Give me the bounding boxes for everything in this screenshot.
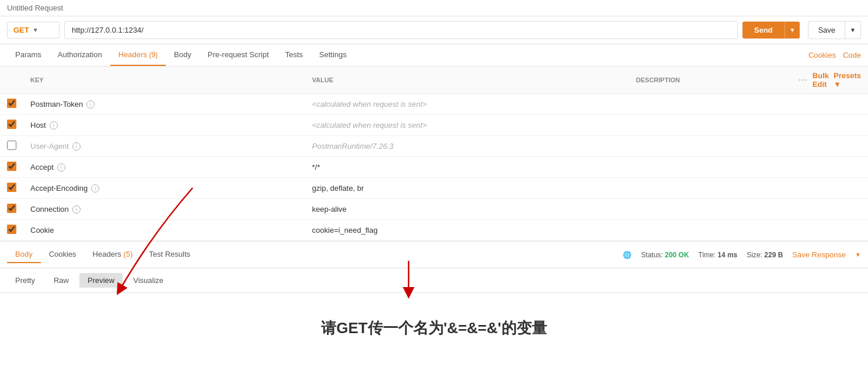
row-checkbox[interactable] <box>7 225 16 234</box>
desc-cell <box>629 220 792 241</box>
actions-col-header: ··· Bulk Edit Presets ▼ <box>792 67 868 94</box>
tab-params[interactable]: Params <box>7 44 50 66</box>
tab-tests[interactable]: Tests <box>277 44 311 66</box>
row-actions-cell <box>792 220 868 241</box>
save-dropdown-arrow[interactable]: ▼ <box>845 21 861 39</box>
value-cell: <calculated when request is sent> <box>305 115 629 136</box>
method-dropdown[interactable]: GET ▼ <box>7 22 60 39</box>
headers-badge: (9) <box>149 51 158 59</box>
globe-icon[interactable]: 🌐 <box>623 251 632 259</box>
bulk-edit-button[interactable]: Bulk Edit <box>813 71 829 89</box>
save-response-button[interactable]: Save Response <box>792 250 846 259</box>
more-options-icon[interactable]: ··· <box>799 76 808 83</box>
headers-section: KEY VALUE DESCRIPTION ··· Bulk Edit Pres… <box>0 67 868 241</box>
desc-cell <box>629 115 792 136</box>
info-icon[interactable]: i <box>50 121 58 130</box>
row-actions-cell <box>792 136 868 157</box>
request-tabs-row: Params Authorization Headers (9) Body Pr… <box>0 44 868 67</box>
row-checkbox[interactable] <box>7 99 16 108</box>
info-icon[interactable]: i <box>72 205 81 214</box>
value-cell: gzip, deflate, br <box>305 178 629 199</box>
method-chevron-icon: ▼ <box>33 27 39 33</box>
annotation-text: 请GET传一个名为'&=&=&'的变量 <box>321 318 547 338</box>
value-cell: keep-alive <box>305 199 629 220</box>
request-bar: GET ▼ Send ▼ Save ▼ <box>0 16 868 44</box>
out-tab-visualize[interactable]: Visualize <box>125 273 172 288</box>
key-cell: Connection i <box>23 199 305 220</box>
value-cell: PostmanRuntime/7.26.3 <box>305 136 629 157</box>
row-checkbox[interactable] <box>7 141 16 150</box>
key-cell: Accept i <box>23 157 305 178</box>
table-row: Accept i */* <box>0 157 868 178</box>
value-cell: <calculated when request is sent> <box>305 94 629 115</box>
row-checkbox-cell <box>0 178 23 199</box>
send-button-group: Send ▼ <box>742 22 800 39</box>
url-input[interactable] <box>64 21 738 39</box>
table-header-row: KEY VALUE DESCRIPTION ··· Bulk Edit Pres… <box>0 67 868 94</box>
value-cell: cookie=i_need_flag <box>305 220 629 241</box>
row-checkbox-cell <box>0 136 23 157</box>
code-link[interactable]: Code <box>843 51 861 60</box>
save-response-arrow[interactable]: ▼ <box>855 251 861 258</box>
desc-cell <box>629 199 792 220</box>
out-tab-pretty[interactable]: Pretty <box>7 273 43 288</box>
desc-cell <box>629 178 792 199</box>
info-icon[interactable]: i <box>57 163 65 172</box>
row-checkbox-cell <box>0 157 23 178</box>
table-row: Host i <calculated when request is sent> <box>0 115 868 136</box>
resp-tab-test-results[interactable]: Test Results <box>141 246 198 263</box>
output-tabs: Pretty Raw Preview Visualize <box>0 268 868 293</box>
value-cell: */* <box>305 157 629 178</box>
size-label: Size: 229 B <box>747 251 783 259</box>
send-dropdown-arrow[interactable]: ▼ <box>785 22 800 39</box>
row-actions-cell <box>792 199 868 220</box>
desc-cell <box>629 136 792 157</box>
val-col-header: VALUE <box>305 67 629 94</box>
send-button[interactable]: Send <box>742 22 785 39</box>
key-cell: User-Agent i <box>23 136 305 157</box>
info-icon[interactable]: i <box>91 184 99 193</box>
resp-tab-body[interactable]: Body <box>7 246 41 263</box>
tab-body[interactable]: Body <box>166 44 200 66</box>
row-checkbox[interactable] <box>7 183 16 192</box>
annotation-area: 请GET传一个名为'&=&=&'的变量 <box>0 293 868 363</box>
size-value: 229 B <box>764 251 783 259</box>
time-value: 14 ms <box>717 251 737 259</box>
key-cell: Cookie <box>23 220 305 241</box>
resp-tab-cookies[interactable]: Cookies <box>41 246 85 263</box>
row-actions-cell <box>792 94 868 115</box>
out-tab-raw[interactable]: Raw <box>46 273 77 288</box>
tab-prerequest[interactable]: Pre-request Script <box>200 44 277 66</box>
save-button[interactable]: Save <box>808 21 845 39</box>
info-icon[interactable]: i <box>72 142 81 151</box>
row-checkbox[interactable] <box>7 204 16 213</box>
request-tabs-right: Cookies Code <box>808 51 861 60</box>
status-label: Status: 200 OK <box>641 251 689 259</box>
row-checkbox-cell <box>0 94 23 115</box>
desc-col-header: DESCRIPTION <box>629 67 792 94</box>
checkbox-col-header <box>0 67 23 94</box>
tab-settings[interactable]: Settings <box>311 44 355 66</box>
headers-table: KEY VALUE DESCRIPTION ··· Bulk Edit Pres… <box>0 67 868 241</box>
info-icon[interactable]: i <box>86 100 95 109</box>
tab-authorization[interactable]: Authorization <box>50 44 110 66</box>
method-label: GET <box>13 26 29 34</box>
row-checkbox[interactable] <box>7 162 16 171</box>
page-title: Untitled Request <box>0 0 868 16</box>
time-label: Time: 14 ms <box>698 251 737 259</box>
table-row: Postman-Token i <calculated when request… <box>0 94 868 115</box>
tab-headers[interactable]: Headers (9) <box>110 44 166 66</box>
save-button-group: Save ▼ <box>808 21 861 39</box>
row-checkbox-cell <box>0 220 23 241</box>
presets-dropdown[interactable]: Presets ▼ <box>834 71 861 89</box>
table-row: Connection i keep-alive <box>0 199 868 220</box>
out-tab-preview[interactable]: Preview <box>79 273 123 288</box>
status-value: 200 OK <box>665 251 689 259</box>
key-col-header: KEY <box>23 67 305 94</box>
response-status-row: 🌐 Status: 200 OK Time: 14 ms Size: 229 B… <box>623 250 861 259</box>
resp-tab-headers[interactable]: Headers (5) <box>85 246 141 263</box>
row-checkbox-cell <box>0 115 23 136</box>
cookies-link[interactable]: Cookies <box>808 51 836 60</box>
row-checkbox[interactable] <box>7 120 16 129</box>
row-actions-cell <box>792 157 868 178</box>
